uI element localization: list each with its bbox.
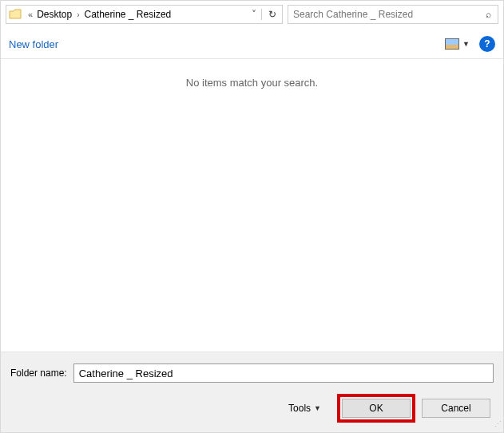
history-dropdown[interactable]: ˅ bbox=[245, 9, 261, 20]
search-placeholder: Search Catherine _ Resized bbox=[288, 9, 478, 20]
dialog-buttons: Tools ▼ OK Cancel bbox=[10, 394, 494, 423]
cancel-button[interactable]: Cancel bbox=[422, 399, 490, 418]
folder-icon bbox=[6, 9, 24, 20]
toolbar: New folder ▼ ? bbox=[1, 28, 503, 59]
chevron-down-icon: ▼ bbox=[314, 404, 321, 412]
breadcrumb-overflow-icon[interactable]: « bbox=[26, 10, 35, 19]
view-mode-button[interactable]: ▼ bbox=[445, 38, 470, 50]
new-folder-button[interactable]: New folder bbox=[9, 38, 58, 50]
bottom-panel: Folder name: Tools ▼ OK Cancel bbox=[1, 352, 503, 432]
folder-picker-dialog: « Desktop › Catherine _ Resized ˅ ↻ Sear… bbox=[0, 0, 504, 433]
search-icon: ⌕ bbox=[486, 9, 491, 20]
breadcrumb[interactable]: « Desktop › Catherine _ Resized bbox=[24, 9, 245, 20]
breadcrumb-current[interactable]: Catherine _ Resized bbox=[83, 9, 173, 20]
help-button[interactable]: ? bbox=[479, 36, 495, 52]
help-icon: ? bbox=[484, 38, 490, 50]
breadcrumb-parent[interactable]: Desktop bbox=[35, 9, 73, 20]
ok-highlight-annotation: OK bbox=[337, 394, 415, 423]
tools-menu[interactable]: Tools ▼ bbox=[288, 403, 321, 414]
address-search-row: « Desktop › Catherine _ Resized ˅ ↻ Sear… bbox=[1, 1, 503, 28]
address-bar[interactable]: « Desktop › Catherine _ Resized ˅ ↻ bbox=[6, 5, 283, 24]
folder-name-row: Folder name: bbox=[10, 363, 494, 383]
ok-button[interactable]: OK bbox=[342, 399, 411, 418]
refresh-icon: ↻ bbox=[268, 9, 276, 20]
folder-name-label: Folder name: bbox=[10, 367, 67, 379]
empty-message: No items match your search. bbox=[186, 77, 318, 352]
search-box[interactable]: Search Catherine _ Resized ⌕ bbox=[288, 5, 498, 24]
chevron-down-icon: ▼ bbox=[462, 40, 470, 48]
chevron-right-icon: › bbox=[73, 10, 82, 19]
chevron-down-icon: ˅ bbox=[252, 9, 256, 20]
folder-name-input[interactable] bbox=[73, 363, 494, 383]
picture-icon bbox=[445, 38, 459, 50]
file-list-area: No items match your search. bbox=[1, 59, 503, 352]
tools-label: Tools bbox=[288, 403, 311, 414]
search-button[interactable]: ⌕ bbox=[478, 9, 498, 20]
resize-grip[interactable]: ⋰ bbox=[494, 423, 502, 431]
refresh-button[interactable]: ↻ bbox=[261, 9, 282, 20]
